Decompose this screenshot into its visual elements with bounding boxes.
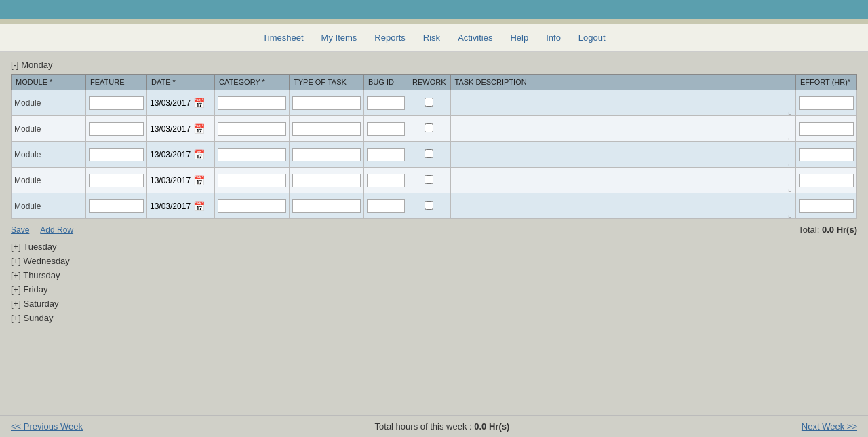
col-header-bugid: BUG ID <box>364 75 408 90</box>
cell-bugid[interactable] <box>364 90 408 116</box>
nav-info[interactable]: Info <box>539 30 568 45</box>
calendar-icon[interactable]: 📅 <box>193 201 205 212</box>
effort-input[interactable] <box>799 200 854 213</box>
cell-rework[interactable] <box>408 142 451 168</box>
taskdesc-input[interactable] <box>454 195 793 214</box>
cell-taskdesc[interactable]: ⌞ <box>450 142 796 168</box>
cell-bugid[interactable] <box>364 168 408 193</box>
cell-taskdesc[interactable]: ⌞ <box>450 90 796 116</box>
calendar-icon[interactable]: 📅 <box>193 98 205 109</box>
nav-activities[interactable]: Activities <box>451 30 499 45</box>
save-button[interactable]: Save <box>11 225 29 235</box>
nav-reports[interactable]: Reports <box>368 30 412 45</box>
cell-category[interactable] <box>215 90 290 116</box>
feature-input[interactable] <box>89 122 144 136</box>
cell-tasktype[interactable] <box>290 193 364 219</box>
monday-total: Total: 0.0 Hr(s) <box>798 225 857 235</box>
tasktype-input[interactable] <box>292 148 361 162</box>
effort-input[interactable] <box>799 174 854 187</box>
cell-category[interactable] <box>215 168 290 193</box>
calendar-icon[interactable]: 📅 <box>193 124 205 134</box>
effort-input[interactable] <box>799 96 854 110</box>
add-row-button[interactable]: Add Row <box>40 225 73 235</box>
effort-input[interactable] <box>799 148 854 162</box>
feature-input[interactable] <box>89 174 144 187</box>
prev-week-button[interactable]: << Previous Week <box>11 421 83 432</box>
bugid-input[interactable] <box>367 148 405 162</box>
bugid-input[interactable] <box>367 96 405 110</box>
wednesday-header[interactable]: [+] Wednesday <box>11 256 857 266</box>
cell-tasktype[interactable] <box>290 90 364 116</box>
cell-bugid[interactable] <box>364 193 408 219</box>
cell-effort[interactable] <box>796 168 857 193</box>
cell-feature[interactable] <box>86 168 147 193</box>
cell-taskdesc[interactable]: ⌞ <box>450 168 796 193</box>
cell-feature[interactable] <box>86 90 147 116</box>
taskdesc-input[interactable] <box>454 92 793 111</box>
cell-effort[interactable] <box>796 116 857 142</box>
cell-rework[interactable] <box>408 193 451 219</box>
nav-logout[interactable]: Logout <box>572 30 612 45</box>
tuesday-header[interactable]: [+] Tuesday <box>11 242 857 252</box>
taskdesc-input[interactable] <box>454 144 793 163</box>
cell-rework[interactable] <box>408 116 451 142</box>
cell-taskdesc[interactable]: ⌞ <box>450 116 796 142</box>
cell-date: 13/03/2017 📅 <box>147 142 215 168</box>
cell-category[interactable] <box>215 193 290 219</box>
feature-input[interactable] <box>89 200 144 213</box>
col-header-feature: FEATURE <box>86 75 147 90</box>
cell-bugid[interactable] <box>364 142 408 168</box>
nav-risk[interactable]: Risk <box>416 30 447 45</box>
taskdesc-input[interactable] <box>454 118 793 137</box>
cell-effort[interactable] <box>796 193 857 219</box>
effort-input[interactable] <box>799 122 854 136</box>
cell-bugid[interactable] <box>364 116 408 142</box>
rework-checkbox[interactable] <box>425 175 433 184</box>
calendar-icon[interactable]: 📅 <box>193 175 205 186</box>
cell-feature[interactable] <box>86 142 147 168</box>
category-input[interactable] <box>218 96 286 110</box>
cell-category[interactable] <box>215 116 290 142</box>
next-week-button[interactable]: Next Week >> <box>802 421 857 432</box>
nav-myitems[interactable]: My Items <box>315 30 364 45</box>
category-input[interactable] <box>218 148 286 162</box>
saturday-header[interactable]: [+] Saturday <box>11 299 857 309</box>
calendar-icon[interactable]: 📅 <box>193 149 205 160</box>
rework-checkbox[interactable] <box>425 124 433 132</box>
cell-tasktype[interactable] <box>290 116 364 142</box>
cell-feature[interactable] <box>86 193 147 219</box>
taskdesc-input[interactable] <box>454 170 793 189</box>
cell-effort[interactable] <box>796 142 857 168</box>
feature-input[interactable] <box>89 96 144 110</box>
category-input[interactable] <box>218 122 286 136</box>
tasktype-input[interactable] <box>292 174 361 187</box>
cell-category[interactable] <box>215 142 290 168</box>
tasktype-input[interactable] <box>292 200 361 213</box>
category-input[interactable] <box>218 174 286 187</box>
thursday-header[interactable]: [+] Thursday <box>11 270 857 280</box>
rework-checkbox[interactable] <box>425 201 433 210</box>
sunday-header[interactable]: [+] Sunday <box>11 313 857 323</box>
cell-feature[interactable] <box>86 116 147 142</box>
rework-checkbox[interactable] <box>425 149 433 158</box>
category-input[interactable] <box>218 200 286 213</box>
table-row: Module 13/03/2017 📅 <box>12 168 857 193</box>
cell-module: Module <box>12 142 86 168</box>
rework-checkbox[interactable] <box>425 98 433 107</box>
cell-tasktype[interactable] <box>290 142 364 168</box>
tasktype-input[interactable] <box>292 122 361 136</box>
feature-input[interactable] <box>89 148 144 162</box>
friday-header[interactable]: [+] Friday <box>11 284 857 294</box>
nav-help[interactable]: Help <box>503 30 535 45</box>
bugid-input[interactable] <box>367 200 405 213</box>
bugid-input[interactable] <box>367 122 405 136</box>
cell-effort[interactable] <box>796 90 857 116</box>
cell-tasktype[interactable] <box>290 168 364 193</box>
tasktype-input[interactable] <box>292 96 361 110</box>
bugid-input[interactable] <box>367 174 405 187</box>
monday-header[interactable]: [-] Monday <box>11 60 857 70</box>
nav-timesheet[interactable]: Timesheet <box>256 30 310 45</box>
cell-rework[interactable] <box>408 168 451 193</box>
cell-taskdesc[interactable]: ⌞ <box>450 193 796 219</box>
cell-rework[interactable] <box>408 90 451 116</box>
